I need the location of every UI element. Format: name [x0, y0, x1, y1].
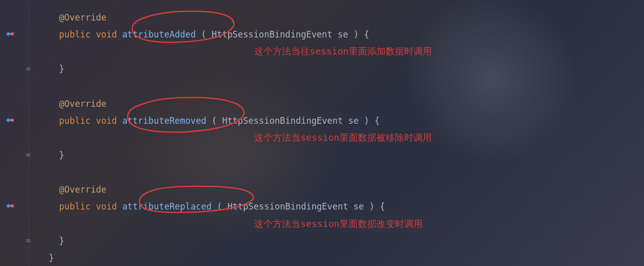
annotation-line: @Override: [59, 98, 106, 110]
code-editor[interactable]: @Override public void attributeAdded ( H…: [39, 0, 644, 266]
param-type: HttpSessionBindingEvent: [212, 29, 332, 40]
svg-point-2: [11, 204, 14, 207]
modifier-keyword: public: [59, 116, 90, 126]
method-name: attributeAdded: [122, 29, 196, 40]
method-signature: public void attributeReplaced ( HttpSess…: [59, 200, 385, 213]
comment-annotation: 这个方法当session里面数据改变时调用: [254, 218, 423, 230]
return-type: void: [96, 29, 117, 40]
fold-collapse-icon[interactable]: [25, 236, 32, 243]
close-brace: }: [59, 236, 64, 246]
editor-gutter[interactable]: [0, 0, 36, 266]
close-paren: ): [353, 29, 358, 40]
modifier-keyword: public: [59, 29, 90, 40]
method-name: attributeReplaced: [122, 201, 212, 212]
override-icon[interactable]: [5, 29, 14, 36]
svg-point-0: [11, 32, 14, 35]
param-name: se: [353, 201, 364, 212]
comment-annotation: 这个方法当往session里面添加数据时调用: [254, 45, 432, 58]
method-name: attributeRemoved: [122, 116, 206, 126]
svg-point-1: [11, 119, 14, 122]
open-brace: {: [364, 29, 369, 40]
annotation-line: @Override: [59, 11, 106, 24]
override-annotation: @Override: [59, 99, 106, 109]
param-name: se: [338, 29, 348, 40]
return-type: void: [96, 116, 117, 126]
comment-text: 这个方法当往session里面添加数据时调用: [254, 46, 432, 56]
param-type: HttpSessionBindingEvent: [228, 201, 348, 212]
fold-collapse-icon[interactable]: [25, 150, 32, 158]
comment-text: 这个方法当session里面数据被移除时调用: [254, 132, 432, 143]
class-close-brace: }: [49, 252, 54, 264]
close-brace-line: }: [59, 63, 64, 75]
open-paren: (: [217, 201, 222, 212]
open-brace: {: [380, 201, 385, 212]
method-signature: public void attributeAdded ( HttpSession…: [59, 28, 369, 41]
override-annotation: @Override: [59, 12, 106, 23]
close-brace: }: [59, 64, 64, 74]
close-brace: }: [59, 150, 64, 160]
comment-text: 这个方法当session里面数据改变时调用: [254, 218, 423, 229]
open-brace: {: [374, 116, 380, 126]
override-icon[interactable]: [5, 201, 14, 208]
return-type: void: [96, 201, 117, 212]
override-annotation: @Override: [59, 184, 106, 195]
annotation-line: @Override: [59, 183, 106, 196]
param-type: HttpSessionBindingEvent: [222, 116, 343, 126]
close-brace-line: }: [59, 235, 64, 247]
comment-annotation: 这个方法当session里面数据被移除时调用: [254, 131, 432, 144]
method-signature: public void attributeRemoved ( HttpSessi…: [59, 115, 380, 127]
param-name: se: [348, 116, 358, 126]
close-brace-line: }: [59, 149, 64, 161]
modifier-keyword: public: [59, 201, 90, 212]
open-paren: (: [201, 29, 206, 40]
open-paren: (: [212, 116, 217, 126]
close-paren: ): [364, 116, 369, 126]
close-brace: }: [49, 253, 54, 263]
close-paren: ): [369, 201, 374, 212]
override-icon[interactable]: [5, 116, 14, 123]
fold-collapse-icon[interactable]: [25, 64, 32, 71]
